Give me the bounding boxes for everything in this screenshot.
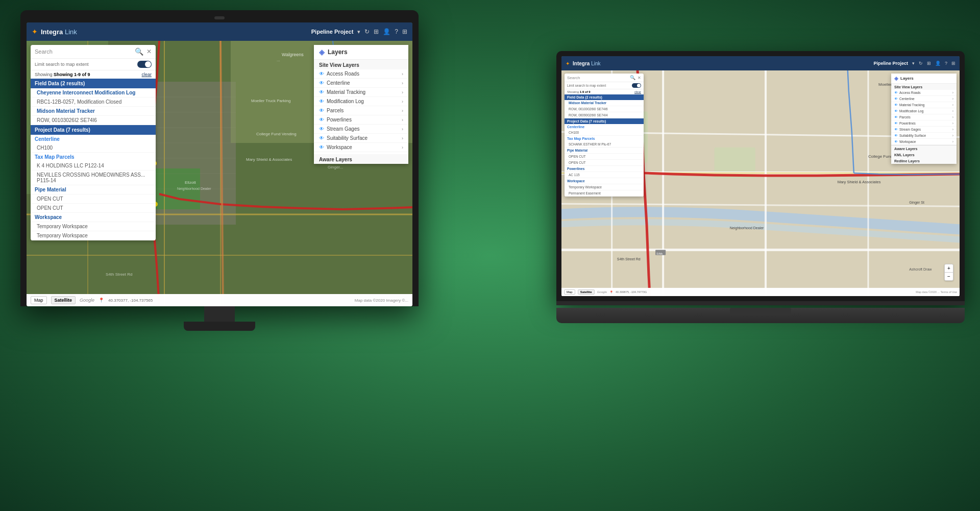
desktop-result-item[interactable]: OPEN CUT <box>31 204 156 213</box>
desktop-section-item[interactable]: Centerline <box>31 135 156 143</box>
laptop-layer-access-roads[interactable]: 👁 Access Roads › <box>891 90 957 96</box>
laptop-map-btn[interactable]: Map <box>564 289 575 295</box>
desktop-search-icon[interactable]: 🔍 <box>135 47 143 56</box>
desktop-result-item[interactable]: ROW, 00103026I2 SE74I6 <box>31 116 156 125</box>
zoom-in-btn[interactable]: + <box>945 264 953 273</box>
desktop-layers-title: Layers <box>328 48 348 56</box>
layer-eye-icon: 👁 <box>894 140 898 143</box>
laptop-help-icon[interactable]: ? <box>945 61 947 66</box>
desktop-search-input[interactable]: Search <box>35 48 132 55</box>
laptop-result-item[interactable]: Permanent Easement <box>565 190 644 197</box>
desktop-map-coords: 📍 <box>99 298 104 303</box>
layer-eye-icon: 👁 <box>894 134 898 137</box>
desktop-layer-workspace[interactable]: 👁 Workspace › <box>314 143 408 152</box>
layer-name: Access Roads <box>899 91 921 94</box>
header-user-icon[interactable]: 👤 <box>383 28 390 35</box>
desktop-result-item[interactable]: OPEN CUT <box>31 194 156 204</box>
desktop-result-item[interactable]: Temporary Workspace <box>31 222 156 231</box>
desktop-result-item[interactable]: CH100 <box>31 143 156 153</box>
monitor-screen: ✦ Integra Link Pipeline Project ▾ ↻ ⊞ 👤 … <box>27 22 412 306</box>
desktop-clear-link[interactable]: clear <box>141 72 152 77</box>
laptop-logo-text: Integra Link <box>573 61 600 66</box>
laptop-result-item[interactable]: Temporary Workspace <box>565 184 644 190</box>
desktop-result-item[interactable]: Midson Material Tracker <box>31 107 156 116</box>
desktop-layer-suitability[interactable]: 👁 Suitability Surface › <box>314 134 408 143</box>
laptop-dropdown-icon[interactable]: ▾ <box>912 61 915 66</box>
layer-name: Parcels <box>899 115 911 119</box>
desktop-layer-access-roads[interactable]: 👁 Access Roads › <box>314 69 408 79</box>
desktop-satellite-btn[interactable]: Satellite <box>51 296 76 304</box>
desktop-layer-parcels[interactable]: 👁 Parcels › <box>314 106 408 115</box>
laptop-refresh-icon[interactable]: ↻ <box>919 61 923 66</box>
layer-chevron: › <box>402 99 403 104</box>
laptop-section-item[interactable]: Tax Map Parcels <box>565 136 644 141</box>
layer-name: Modification Log <box>327 99 364 104</box>
laptop-layer-mod-log[interactable]: 👁 Modification Log › <box>891 108 957 114</box>
laptop-layer-parcels[interactable]: 👁 Parcels › <box>891 114 957 120</box>
laptop-result-item[interactable]: Powerlines <box>565 166 644 172</box>
header-dropdown-icon[interactable]: ▾ <box>357 29 360 35</box>
laptop-search-icon[interactable]: 🔍 <box>630 75 635 80</box>
desktop-result-item[interactable]: NEVILLES CROSSING HOMEOWNERS ASS... P115… <box>31 171 156 185</box>
laptop-result-item[interactable]: OPEN CUT <box>565 160 644 166</box>
laptop-clear-link[interactable]: clear <box>634 90 641 93</box>
laptop-result-item[interactable]: Pipe Material <box>565 148 644 154</box>
zoom-out-btn[interactable]: − <box>945 273 953 280</box>
laptop-result-item[interactable]: ROW, 00100026I0 SE74I6 <box>565 106 644 112</box>
laptop-result-item[interactable]: Midson Material Tracker <box>565 100 644 106</box>
desktop-layer-powerlines[interactable]: 👁 Powerlines › <box>314 115 408 125</box>
header-grid-icon[interactable]: ⊞ <box>374 28 379 35</box>
header-apps-icon[interactable]: ⊞ <box>402 28 407 35</box>
desktop-result-item[interactable]: RBC1-12B-0257, Modification Closed <box>31 98 156 107</box>
desktop-result-item[interactable]: Workspace <box>31 213 156 222</box>
header-help-icon[interactable]: ? <box>395 28 398 35</box>
laptop-search-close[interactable]: ✕ <box>638 76 641 80</box>
laptop-hinge <box>556 301 965 305</box>
laptop-satellite-btn[interactable]: Satellite <box>578 289 595 295</box>
layer-eye-icon: 👁 <box>894 115 898 119</box>
laptop-result-item[interactable]: CH100 <box>565 130 644 136</box>
layer-chevron: › <box>952 103 953 107</box>
laptop-map-area[interactable]: Moeller Truck Parking College Fund Vendi… <box>561 70 960 296</box>
desktop-search-close[interactable]: ✕ <box>146 48 152 55</box>
laptop-layer-workspace[interactable]: 👁 Workspace › <box>891 139 957 145</box>
laptop-toggle[interactable] <box>632 83 641 88</box>
laptop-field-data-header: Field Data (2 results) <box>565 94 644 100</box>
laptop-user-icon[interactable]: 👤 <box>935 61 941 66</box>
laptop-layer-material[interactable]: 👁 Material Tracking › <box>891 102 957 108</box>
laptop-result-item[interactable]: ROW, 00090026I0 SE74I4 <box>565 112 644 118</box>
desktop-result-item[interactable]: Temporary Workspace <box>31 231 156 240</box>
laptop-result-item[interactable]: OPEN CUT <box>565 154 644 160</box>
desktop-section-item[interactable]: Tax Map Parcels <box>31 153 156 161</box>
laptop-search-input[interactable]: Search <box>567 76 628 80</box>
laptop-layer-stream-gages[interactable]: 👁 Stream Gages › <box>891 127 957 133</box>
desktop-layer-stream-gages[interactable]: 👁 Stream Gages › <box>314 125 408 134</box>
laptop-layer-suitability[interactable]: 👁 Suitability Surface › <box>891 133 957 139</box>
desktop-layer-modification-log[interactable]: 👁 Modification Log › <box>314 97 408 106</box>
desktop-field-data-header: Field Data (2 results) <box>31 79 156 88</box>
laptop-result-item[interactable]: Workspace <box>565 178 644 184</box>
desktop-map-area[interactable]: Walgreens ··· Moeller Truck Parking Coll… <box>27 41 412 306</box>
laptop-result-item[interactable]: AC 115 <box>565 172 644 178</box>
desktop-toggle-knob <box>145 61 151 67</box>
desktop-result-item[interactable]: Pipe Material <box>31 185 156 194</box>
desktop-layers-panel: ◈ Layers Site View Layers 👁 Access Roads… <box>314 45 408 164</box>
header-refresh-icon[interactable]: ↻ <box>364 28 370 35</box>
desktop-map-btn[interactable]: Map <box>31 296 47 304</box>
desktop-result-item[interactable]: K 4 HOLDINGS LLC P122-14 <box>31 161 156 171</box>
svg-text:Neighborhood Dealer: Neighborhood Dealer <box>730 226 764 230</box>
desktop-layer-material-tracking[interactable]: 👁 Material Tracking › <box>314 88 408 97</box>
laptop-result-item[interactable]: SCHANK ESTHER M Plu-67 <box>565 141 644 148</box>
desktop-result-item[interactable]: Cheyenne Interconnect Modification Log <box>31 88 156 98</box>
laptop-trackpad[interactable] <box>730 308 791 315</box>
layer-eye-icon: 👁 <box>894 103 898 107</box>
svg-text:Mary Shield & Associates: Mary Shield & Associates <box>838 180 881 184</box>
laptop-grid-icon[interactable]: ⊞ <box>927 61 931 66</box>
laptop-layer-centerline[interactable]: 👁 Centerline › <box>891 96 957 102</box>
laptop-layer-powerlines[interactable]: 👁 Powerlines › <box>891 120 957 127</box>
desktop-toggle[interactable] <box>137 61 152 68</box>
laptop-apps-icon[interactable]: ⊞ <box>951 61 955 66</box>
layer-chevron: › <box>402 136 403 141</box>
laptop-section-item[interactable]: Centerline <box>565 124 644 130</box>
desktop-layer-centerline[interactable]: 👁 Centerline › <box>314 79 408 88</box>
